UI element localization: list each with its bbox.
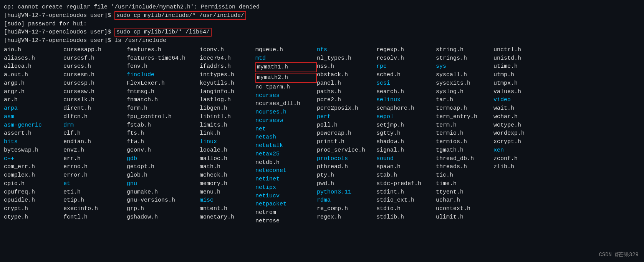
list-item: fts.h <box>127 129 200 138</box>
list-item: malloc.h <box>200 155 255 163</box>
list-item: pcre2.h <box>317 96 376 104</box>
list-item: gdb <box>127 155 200 163</box>
list-item: form.h <box>127 104 200 113</box>
list-item: locale.h <box>200 146 255 155</box>
list-item: gnumake.h <box>127 188 200 197</box>
list-item: monetary.h <box>200 213 255 222</box>
list-item: cpuidle.h <box>4 196 63 205</box>
list-item: ncurses <box>255 92 317 100</box>
list-item: et <box>63 180 127 188</box>
list-item: uchar.h <box>436 196 493 205</box>
list-item: pthread.h <box>317 163 376 171</box>
list-item: curses.h <box>63 62 127 71</box>
list-item: arpa <box>4 104 63 113</box>
col-9: unctrl.h unistd.h utime.h utmp.h utmpx.h… <box>493 46 543 225</box>
list-item: pty.h <box>317 171 376 180</box>
list-item: complex.h <box>4 171 63 180</box>
line-ls: [hui@VM-12-7-opencloudos user]$ ls /usr/… <box>4 37 640 45</box>
list-item: c++ <box>4 155 63 163</box>
list-item: mntent.h <box>200 205 255 213</box>
list-item: netiucv <box>255 192 317 200</box>
list-item: netrose <box>255 217 317 225</box>
list-item: obstack.h <box>317 71 376 79</box>
list-item: paths.h <box>317 88 376 96</box>
col-7: regexp.h resolv.h rpc sched.h scsi searc… <box>376 46 436 225</box>
list-item: ulimit.h <box>436 213 493 222</box>
list-item: cpufreq.h <box>4 188 63 197</box>
list-item: crypt.h <box>4 205 63 213</box>
line-sudo-include: [hui@VM-12-7-opencloudos user]$ sudo cp … <box>4 12 640 20</box>
list-item: time.h <box>436 180 493 188</box>
col-8: string.h strings.h sys syscall.h sysexit… <box>436 46 493 225</box>
list-item: byteswap.h <box>4 146 63 155</box>
list-item: sched.h <box>376 71 436 79</box>
watermark: CSDN @芒果329 <box>599 251 639 258</box>
list-item: termcap.h <box>436 104 493 113</box>
list-item: getopt.h <box>127 163 200 171</box>
list-item: pwd.h <box>317 180 376 188</box>
list-item: bits <box>4 138 63 146</box>
list-item: fcntl.h <box>63 213 127 222</box>
list-item: aliases.h <box>4 54 63 63</box>
list-item: wctype.h <box>493 121 543 130</box>
list-item: thread_db.h <box>436 155 493 163</box>
list-item: ncurses_dll.h <box>255 100 317 108</box>
list-item: python3.11 <box>317 188 376 197</box>
list-item: printf.h <box>317 138 376 146</box>
list-item: proc_service.h <box>317 146 376 155</box>
list-item: a.out.h <box>4 71 63 79</box>
list-item: term.h <box>436 121 493 130</box>
list-item: lastlog.h <box>200 96 255 104</box>
list-item: regexp.h <box>376 46 436 54</box>
list-item: nss.h <box>317 62 376 71</box>
list-item: ar.h <box>4 96 63 104</box>
list-item: memory.h <box>200 180 255 188</box>
list-item: syslog.h <box>436 88 493 96</box>
list-item: xcrypt.h <box>493 138 543 146</box>
list-item: cursesw.h <box>63 88 127 96</box>
list-item: aio.h <box>4 46 63 54</box>
list-item: neteconet <box>255 167 317 175</box>
list-item: netax25 <box>255 150 317 159</box>
list-item: wchar.h <box>493 113 543 121</box>
list-item: ttyent.h <box>436 188 493 197</box>
list-item: rpc <box>376 62 436 71</box>
list-item: mymath2.h <box>255 73 317 83</box>
list-item: limits.h <box>200 121 255 130</box>
list-item: ncurses.h <box>255 108 317 117</box>
list-item: fmtmsg.h <box>127 88 200 96</box>
list-item: rdma <box>317 196 376 205</box>
list-item: selinux <box>376 96 436 104</box>
list-item: gnu <box>127 180 200 188</box>
prompt3: [hui@VM-12-7-opencloudos user]$ ls /usr/… <box>4 37 166 44</box>
list-item: netatalk <box>255 142 317 150</box>
list-item: linux <box>200 138 255 146</box>
list-item: poll.h <box>317 121 376 130</box>
list-item: strings.h <box>436 54 493 63</box>
list-item: netrom <box>255 209 317 217</box>
list-item: stdint.h <box>376 188 436 197</box>
col-6: nfs nl_types.h nss.h obstack.h panel.h p… <box>317 46 376 225</box>
line-sudo-lib: [hui@VM-12-7-opencloudos user]$ sudo cp … <box>4 28 640 37</box>
list-item: pcre2posix.h <box>317 104 376 113</box>
list-item: libgen.h <box>200 104 255 113</box>
list-item: cursslk.h <box>63 96 127 104</box>
list-item: stdio_ext.h <box>376 196 436 205</box>
list-item: nc_tparm.h <box>255 83 317 92</box>
list-item: unistd.h <box>493 54 543 63</box>
list-item: inttypes.h <box>200 71 255 79</box>
list-item: glob.h <box>127 171 200 180</box>
list-item: syscall.h <box>436 71 493 79</box>
col-5: mqueue.h mtd mymath1.h mymath2.h nc_tpar… <box>255 46 317 225</box>
list-item: search.h <box>376 88 436 96</box>
list-item: dlfcn.h <box>63 113 127 121</box>
list-item: asm <box>4 113 63 121</box>
list-item: fenv.h <box>127 62 200 71</box>
list-item: alloca.h <box>4 62 63 71</box>
list-item: string.h <box>436 46 493 54</box>
list-item: gconv.h <box>127 146 200 155</box>
list-item: misc <box>200 196 255 205</box>
list-item: semaphore.h <box>376 104 436 113</box>
list-item: com_err.h <box>4 163 63 171</box>
list-item: perf <box>317 113 376 121</box>
